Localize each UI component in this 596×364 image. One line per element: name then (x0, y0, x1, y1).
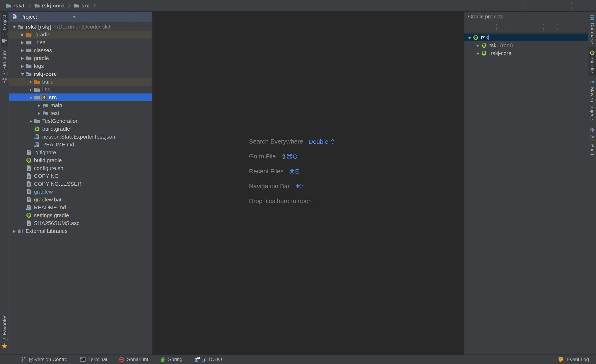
chevron-icon[interactable] (11, 24, 17, 30)
event-log-button[interactable]: 1 Event Log (558, 356, 589, 363)
tree-row[interactable]: .idea (9, 38, 152, 46)
gradle-tree: rskj rskj (root) :rskj-core (464, 33, 588, 355)
chevron-icon[interactable] (466, 34, 473, 41)
tree-row[interactable]: settings.gradle (9, 211, 152, 219)
chevron-icon[interactable] (19, 165, 26, 171)
tree-row[interactable]: build.gradle (9, 156, 152, 164)
status-bar-item[interactable]: 6: TODO (194, 357, 222, 362)
excluded-folder-icon (26, 31, 32, 38)
text-file-icon (26, 165, 32, 171)
chevron-icon[interactable] (19, 181, 26, 187)
chevron-icon[interactable] (19, 204, 26, 211)
tool-window-button[interactable]: Database (589, 12, 596, 47)
tree-item-label: classes (34, 47, 52, 54)
chevron-icon[interactable] (28, 87, 34, 93)
chevron-icon[interactable] (36, 102, 42, 109)
tree-row[interactable]: build (9, 78, 152, 86)
tree-row[interactable]: 4 src (9, 94, 152, 101)
database-icon (589, 15, 595, 20)
tree-row[interactable]: gradle (9, 54, 152, 62)
tree-row[interactable]: build.gradle (9, 125, 152, 133)
project-panel-header[interactable]: Project (9, 12, 152, 22)
tool-window-button[interactable]: Gradle (589, 47, 596, 76)
chevron-icon[interactable] (19, 220, 26, 226)
tool-window-button[interactable]: 2: Favorites (1, 312, 8, 352)
chevron-icon[interactable] (19, 149, 26, 156)
chevron-icon[interactable] (28, 126, 34, 132)
chevron-icon[interactable] (19, 157, 26, 164)
chevron-down-icon[interactable] (72, 16, 76, 18)
tree-row[interactable]: rskJ [rskj] ~/Documents/code/rskJ (9, 23, 152, 31)
shortcut-hint-row: Navigation Bar ⌘↑ (249, 179, 335, 194)
chevron-icon[interactable] (19, 47, 26, 54)
right-strip-tabs: Database Gradle m Maven Projects Ant Bui… (589, 12, 596, 158)
toolbar-separator (557, 24, 558, 30)
chevron-icon[interactable] (19, 63, 26, 69)
status-bar-item[interactable]: 9: Version Control (21, 357, 68, 362)
chevron-icon[interactable] (28, 141, 34, 148)
breadcrumb-item[interactable]: src (74, 2, 99, 9)
tree-row[interactable]: .gradle (9, 31, 152, 38)
chevron-icon[interactable] (19, 173, 26, 179)
chevron-icon[interactable] (19, 189, 26, 195)
chevron-icon[interactable] (28, 134, 34, 140)
tree-row[interactable]: rskj (root) (464, 41, 588, 49)
breadcrumb-item[interactable]: rskj-core (34, 2, 74, 9)
chevron-icon[interactable] (36, 110, 42, 116)
tree-row[interactable]: SHA256SUMS.asc (9, 219, 152, 227)
tree-row[interactable]: libs (9, 86, 152, 94)
chevron-icon[interactable] (11, 228, 17, 234)
tool-window-label: Database (589, 23, 595, 44)
chevron-icon[interactable] (475, 42, 481, 49)
chevron-icon[interactable] (475, 50, 481, 57)
tree-row[interactable]: TestGeneration (9, 117, 152, 125)
chevron-icon[interactable] (28, 118, 34, 124)
tree-row[interactable]: COPYING (9, 172, 152, 180)
tree-row[interactable]: rskj-core (9, 70, 152, 78)
breadcrumb-item[interactable]: rskJ (6, 2, 34, 9)
tree-row[interactable]: External Libraries (9, 227, 152, 235)
status-bar-item[interactable]: : Spring (160, 357, 182, 362)
folder-icon (34, 94, 40, 101)
tree-row[interactable]: COPYING.LESSER (9, 180, 152, 188)
tree-row[interactable]: gradlew (9, 188, 152, 196)
tool-window-button[interactable]: 7: Structure (1, 47, 8, 86)
tree-row[interactable]: classes (9, 46, 152, 54)
tree-item-label: build.gradle (42, 126, 70, 132)
tree-row[interactable]: gradlew.bat (9, 196, 152, 204)
status-bar-item[interactable]: : Terminal (80, 357, 107, 362)
tree-row[interactable]: test (9, 109, 152, 117)
tree-row[interactable]: logs (9, 62, 152, 70)
tool-window-button[interactable]: Ant Build (589, 124, 596, 158)
tree-item-label: rskJ [rskj] (26, 24, 51, 30)
tree-item-label: libs (42, 87, 50, 93)
chevron-icon[interactable] (19, 212, 26, 218)
tree-row[interactable]: configure.sh (9, 164, 152, 172)
tool-window-button[interactable]: m Maven Projects (589, 76, 596, 124)
tree-row[interactable]: MD README.md (9, 141, 152, 148)
shortcut-keys: ⌘E (289, 168, 299, 175)
editor-area[interactable]: Search Everywhere Double ⇧ Go to File ⇧⌘… (153, 12, 464, 355)
folder-icon (34, 87, 40, 93)
chevron-icon[interactable] (19, 55, 26, 61)
chevron-icon[interactable] (19, 197, 26, 203)
tree-row[interactable]: .gitignore (9, 148, 152, 156)
tree-row[interactable]: JSON networkStateExporterTest.json (9, 133, 152, 141)
tree-item-label: .idea (34, 39, 45, 46)
chevron-icon[interactable] (19, 71, 26, 77)
toolbar-separator (510, 24, 510, 30)
chevron-icon[interactable] (28, 94, 34, 101)
tree-row[interactable]: main (9, 101, 152, 109)
tree-row[interactable]: :rskj-core (464, 49, 588, 57)
status-bar-item[interactable]: : SonarLint (119, 357, 148, 362)
tool-window-button[interactable]: 1: Project (1, 12, 8, 47)
project-view-icon (12, 14, 18, 20)
chevron-icon[interactable] (28, 79, 34, 85)
chevron-icon[interactable] (19, 39, 26, 46)
tree-row[interactable]: MD README.md (9, 204, 152, 211)
chevron-icon[interactable] (19, 31, 26, 38)
gradle-panel-header[interactable]: Gradle projects (464, 12, 588, 22)
gradle-icon (473, 34, 479, 41)
todo-icon (194, 357, 200, 362)
tree-row[interactable]: rskj (464, 34, 588, 41)
